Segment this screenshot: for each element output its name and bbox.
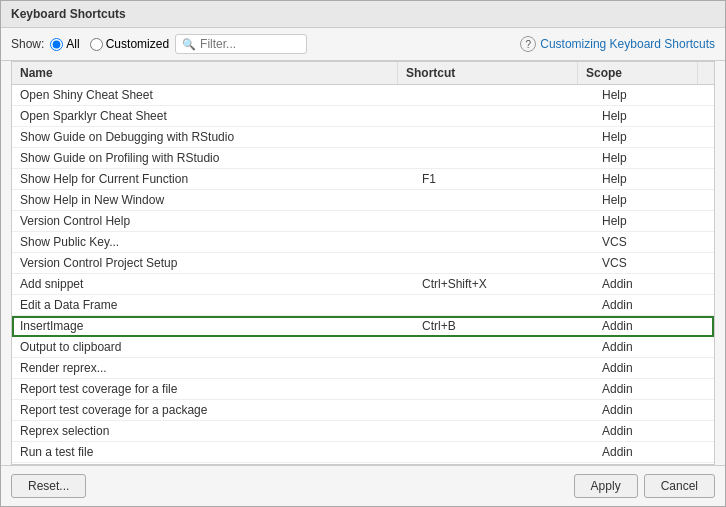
row-shortcut [414, 106, 594, 126]
col-header-name: Name [12, 62, 398, 84]
row-scope: Help [594, 106, 714, 126]
row-name: Edit a Data Frame [12, 295, 414, 315]
row-name: Run a test file [12, 442, 414, 462]
search-icon: 🔍 [182, 38, 196, 51]
row-shortcut [414, 190, 594, 210]
toolbar: Show: All Customized 🔍 ? Customizing Key… [1, 28, 725, 61]
row-name: Open Sparklyr Cheat Sheet [12, 106, 414, 126]
row-scope: Addin [594, 400, 714, 420]
col-header-scope: Scope [578, 62, 698, 84]
row-shortcut [414, 148, 594, 168]
dialog-title: Keyboard Shortcuts [1, 1, 725, 28]
filter-box: 🔍 [175, 34, 307, 54]
apply-button[interactable]: Apply [574, 474, 638, 498]
row-scope: Addin [594, 442, 714, 462]
help-icon: ? [520, 36, 536, 52]
row-name: Show Guide on Profiling with RStudio [12, 148, 414, 168]
row-scope: Help [594, 190, 714, 210]
row-scope: VCS [594, 232, 714, 252]
row-name: Show Help for Current Function [12, 169, 414, 189]
table-row[interactable]: Version Control Project SetupVCS [12, 253, 714, 274]
table-row[interactable]: Report test coverage for a packageAddin [12, 400, 714, 421]
table-row[interactable]: Edit a Data FrameAddin [12, 295, 714, 316]
toolbar-left: Show: All Customized 🔍 [11, 34, 512, 54]
row-scope: Help [594, 211, 714, 231]
table-row[interactable]: Show Guide on Profiling with RStudioHelp [12, 148, 714, 169]
row-name: InsertImage [12, 316, 414, 336]
row-shortcut: F1 [414, 169, 594, 189]
show-label: Show: [11, 37, 44, 51]
row-name: Report test coverage for a file [12, 379, 414, 399]
radio-all[interactable]: All [50, 37, 79, 51]
row-shortcut [414, 85, 594, 105]
row-name: Render reprex... [12, 358, 414, 378]
row-shortcut [414, 337, 594, 357]
row-shortcut [414, 358, 594, 378]
row-name: Open Shiny Cheat Sheet [12, 85, 414, 105]
row-shortcut [414, 463, 594, 464]
table-header: Name Shortcut Scope [12, 62, 714, 85]
row-name: Report test coverage for a package [12, 400, 414, 420]
row-shortcut [414, 127, 594, 147]
row-scope: Help [594, 169, 714, 189]
row-scope: Addin [594, 274, 714, 294]
row-scope: Addin [594, 316, 714, 336]
col-header-scroll [698, 62, 714, 84]
row-name: Version Control Project Setup [12, 253, 414, 273]
radio-group: All Customized [50, 37, 169, 51]
row-scope: Help [594, 127, 714, 147]
table-row[interactable]: Open Shiny Cheat SheetHelp [12, 85, 714, 106]
shortcuts-table: Name Shortcut Scope Open Shiny Cheat She… [11, 61, 715, 465]
row-name: Show Help in New Window [12, 190, 414, 210]
row-scope: Help [594, 148, 714, 168]
table-row[interactable]: Add snippetCtrl+Shift+XAddin [12, 274, 714, 295]
row-scope: Addin [594, 295, 714, 315]
cancel-button[interactable]: Cancel [644, 474, 715, 498]
reset-button[interactable]: Reset... [11, 474, 86, 498]
row-shortcut: Ctrl+B [414, 316, 594, 336]
table-row[interactable]: Version Control HelpHelp [12, 211, 714, 232]
row-scope: VCS [594, 253, 714, 273]
row-scope: Addin [594, 463, 714, 464]
table-row[interactable]: Value to clipboardAddin [12, 463, 714, 464]
row-shortcut [414, 379, 594, 399]
footer: Reset... Apply Cancel [1, 465, 725, 506]
table-row[interactable]: Output to clipboardAddin [12, 337, 714, 358]
col-header-shortcut: Shortcut [398, 62, 578, 84]
row-scope: Addin [594, 358, 714, 378]
row-scope: Help [594, 85, 714, 105]
row-shortcut [414, 421, 594, 441]
row-name: Value to clipboard [12, 463, 414, 464]
table-body[interactable]: Open Shiny Cheat SheetHelpOpen Sparklyr … [12, 85, 714, 464]
row-name: Show Public Key... [12, 232, 414, 252]
row-name: Reprex selection [12, 421, 414, 441]
table-row[interactable]: Show Help for Current FunctionF1Help [12, 169, 714, 190]
table-row[interactable]: InsertImageCtrl+BAddin [12, 316, 714, 337]
footer-right: Apply Cancel [574, 474, 715, 498]
row-name: Output to clipboard [12, 337, 414, 357]
row-name: Add snippet [12, 274, 414, 294]
table-row[interactable]: Open Sparklyr Cheat SheetHelp [12, 106, 714, 127]
row-shortcut: Ctrl+Shift+X [414, 274, 594, 294]
help-link[interactable]: ? Customizing Keyboard Shortcuts [520, 36, 715, 52]
row-scope: Addin [594, 379, 714, 399]
row-name: Show Guide on Debugging with RStudio [12, 127, 414, 147]
table-row[interactable]: Render reprex...Addin [12, 358, 714, 379]
radio-customized[interactable]: Customized [90, 37, 169, 51]
table-row[interactable]: Run a test fileAddin [12, 442, 714, 463]
row-shortcut [414, 442, 594, 462]
row-name: Version Control Help [12, 211, 414, 231]
table-row[interactable]: Reprex selectionAddin [12, 421, 714, 442]
keyboard-shortcuts-dialog: Keyboard Shortcuts Show: All Customized … [0, 0, 726, 507]
row-shortcut [414, 295, 594, 315]
filter-input[interactable] [200, 37, 300, 51]
row-shortcut [414, 400, 594, 420]
row-shortcut [414, 253, 594, 273]
table-row[interactable]: Show Help in New WindowHelp [12, 190, 714, 211]
table-row[interactable]: Show Public Key...VCS [12, 232, 714, 253]
row-scope: Addin [594, 421, 714, 441]
table-row[interactable]: Show Guide on Debugging with RStudioHelp [12, 127, 714, 148]
row-scope: Addin [594, 337, 714, 357]
row-shortcut [414, 232, 594, 252]
table-row[interactable]: Report test coverage for a fileAddin [12, 379, 714, 400]
